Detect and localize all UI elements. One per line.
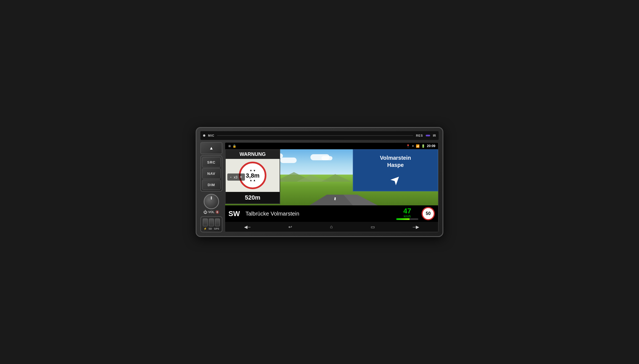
lock-icon: 🔒	[233, 144, 236, 148]
display-icon: 🖥	[228, 144, 231, 148]
dim-button[interactable]: DIM	[202, 180, 221, 190]
volume-knob[interactable]	[204, 194, 219, 209]
direction-label: SW	[228, 209, 242, 218]
ir-label: IR	[433, 134, 436, 137]
volume-knob-area: ⏻ VOL 🔇	[200, 193, 222, 215]
car-unit: MIC RES IR ▲ SRC NAV DIM ⏻ VOL 🔇	[196, 127, 443, 237]
slot-icon-2	[209, 219, 214, 226]
left-controls: ▲ SRC NAV DIM ⏻ VOL 🔇	[200, 142, 222, 232]
sd-label: SD	[209, 227, 212, 230]
status-bar: 🖥 🔒 📍 ✦ 📶 🔋 20:09	[225, 143, 438, 149]
status-time: 20:09	[427, 144, 435, 148]
svg-marker-10	[321, 174, 352, 182]
destination-arrow: ➤	[387, 171, 404, 188]
src-button[interactable]: SRC	[202, 157, 221, 167]
speed-progress-bar	[396, 218, 418, 220]
screen-area: 🖥 🔒 📍 ✦ 📶 🔋 20:09	[225, 142, 439, 232]
nav-view: ➤ ↪ ⟳ WARNUNG	[225, 149, 438, 205]
info-bar: SW Talbrücke Volmarstein 47 km/h 50	[225, 205, 438, 222]
home-button[interactable]: ⌂	[330, 224, 333, 229]
road-name: Talbrücke Volmarstein	[245, 211, 393, 217]
mic-label: MIC	[208, 134, 214, 137]
main-layout: ▲ SRC NAV DIM ⏻ VOL 🔇	[200, 142, 439, 232]
battery-icon: 🔋	[421, 144, 425, 148]
volume-up-nav[interactable]: ─▶	[413, 224, 419, 230]
svg-marker-4	[343, 195, 418, 205]
wifi-icon: 📶	[416, 144, 420, 148]
top-bar-line	[217, 135, 413, 136]
speed-unit: km/h	[404, 214, 411, 218]
zoom-level: x3	[234, 175, 237, 179]
mic-dot	[203, 134, 205, 137]
speed-limit-sign: 50	[422, 207, 435, 220]
volume-down-nav[interactable]: ◀─	[244, 224, 250, 230]
mute-icon: 🔇	[215, 210, 219, 214]
zoom-in-button[interactable]: +	[240, 175, 242, 180]
slot-icons	[203, 219, 220, 226]
destination-panel: Volmarstein Haspe ➤	[353, 149, 438, 191]
status-right: 📍 ✦ 📶 🔋 20:09	[406, 144, 435, 148]
location-icon: 📍	[406, 144, 410, 148]
bottom-slots: ⚡ SD GPS	[200, 216, 222, 232]
sign-bottom-arrows: ▲ ▲	[250, 179, 256, 182]
res-label: RES	[416, 134, 423, 137]
bottom-labels: ⚡ SD GPS	[203, 227, 220, 230]
sign-top-arrows: ▼ ▼	[250, 169, 256, 172]
nav-button[interactable]: NAV	[202, 168, 221, 179]
recents-button[interactable]: ▭	[371, 224, 375, 230]
vol-icons: ⏻ VOL 🔇	[203, 210, 220, 214]
top-bar: MIC RES IR	[200, 131, 439, 140]
speed-progress-fill	[396, 218, 409, 220]
warning-distance: 520m	[226, 192, 280, 203]
slot-icon-1	[203, 219, 208, 226]
zoom-controls: - x3 +	[227, 173, 245, 181]
destination-name: Volmarstein Haspe	[380, 154, 411, 169]
sign-height-value: 3,8m	[246, 173, 260, 179]
power-icon: ⏻	[203, 210, 207, 214]
vol-label: VOL	[208, 210, 215, 214]
gps-label: GPS	[214, 227, 219, 230]
back-button[interactable]: ↩	[288, 224, 292, 230]
status-left: 🖥 🔒	[228, 144, 236, 148]
android-nav-bar: ◀─ ↩ ⌂ ▭ ─▶	[225, 222, 438, 232]
current-speed: 47	[403, 207, 411, 214]
control-group: SRC NAV DIM	[200, 155, 222, 192]
ir-button[interactable]	[426, 135, 430, 136]
usb-label: ⚡	[204, 227, 207, 230]
eject-button[interactable]: ▲	[200, 142, 222, 154]
zoom-out-button[interactable]: -	[230, 175, 231, 180]
slot-icon-3	[215, 219, 220, 226]
warning-title: WARNUNG	[226, 150, 280, 159]
speed-display-area: 47 km/h	[396, 207, 418, 220]
svg-text:➤: ➤	[374, 199, 405, 205]
bluetooth-icon: ✦	[412, 144, 414, 148]
